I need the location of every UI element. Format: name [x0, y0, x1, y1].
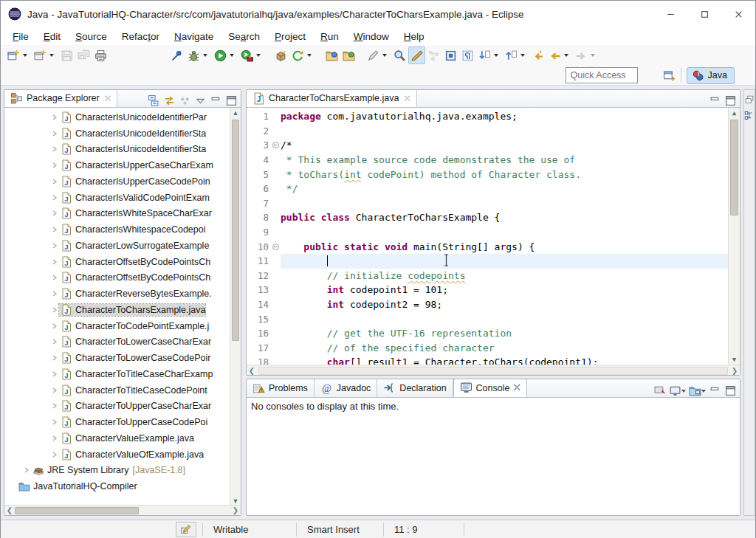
dropdown-arrow-icon[interactable]: [256, 54, 261, 57]
expander-chevron-icon[interactable]: [50, 112, 59, 123]
code-line[interactable]: 16 // get the UTF-16 representation: [247, 326, 728, 341]
scroll-up-icon[interactable]: ▲: [230, 108, 241, 118]
tree-item[interactable]: JCharacterIsWhiteSpaceCharExar: [4, 206, 230, 222]
scrollbar-thumb[interactable]: [15, 507, 139, 514]
expander-chevron-icon[interactable]: [50, 289, 59, 299]
tab-javadoc[interactable]: @Javadoc: [315, 379, 378, 397]
focus-button[interactable]: [179, 94, 191, 107]
tree-item[interactable]: JCharacterOffsetByCodePointsCh: [4, 254, 230, 270]
expander-chevron-icon[interactable]: [50, 449, 59, 460]
run-external-button[interactable]: [238, 46, 265, 64]
expander-chevron-icon[interactable]: [50, 193, 59, 203]
run-button[interactable]: [212, 46, 238, 64]
dropdown-arrow-icon[interactable]: [49, 54, 54, 57]
menu-navigate[interactable]: Navigate: [167, 30, 221, 44]
fold-collapse-icon[interactable]: [272, 142, 279, 148]
outline-view-button[interactable]: [744, 111, 755, 121]
code-line[interactable]: 2: [247, 124, 728, 139]
code-line[interactable]: 13 int codepoint1 = 101;: [247, 283, 728, 297]
tree-item[interactable]: JCharacterIsUnicodeIdentifierSta: [4, 125, 230, 142]
window-minimize-button[interactable]: [653, 1, 687, 27]
code-line[interactable]: 18 char[] result1 = Character.toChars(co…: [247, 355, 728, 365]
tree-item[interactable]: JavaTutorialHQ-Compiler: [4, 478, 230, 494]
tree-item[interactable]: JCharacterIsUpperCaseCharExam: [4, 157, 230, 173]
save-button[interactable]: [58, 46, 75, 64]
menu-refactor[interactable]: Refactor: [114, 30, 167, 44]
tree-item[interactable]: JCharacterOffsetByCodePointsCh: [4, 270, 230, 286]
tree-item[interactable]: JCharacterToTitleCaseCharExamp: [4, 366, 230, 382]
type-hierarchy-button[interactable]: [425, 46, 442, 64]
tree-vertical-scrollbar[interactable]: ▲ ▼: [230, 108, 241, 506]
expander-chevron-icon[interactable]: [50, 433, 59, 444]
restore-views-button[interactable]: [744, 94, 755, 105]
tree-item[interactable]: JCharacterValueOfExample.java: [4, 446, 230, 463]
close-icon[interactable]: ⛌: [105, 94, 111, 103]
scroll-down-icon[interactable]: ▼: [729, 354, 740, 365]
maximize-button[interactable]: [724, 94, 737, 107]
open-perspective-button[interactable]: [663, 69, 676, 82]
tree-item[interactable]: JRE System Library[JavaSE-1.8]: [4, 463, 230, 479]
tree-item[interactable]: JCharacterToLowerCaseCodePoir: [4, 350, 230, 366]
tree-item[interactable]: JCharacterToUpperCaseCodePoi: [4, 414, 230, 430]
expander-chevron-icon[interactable]: [50, 160, 59, 170]
code-line[interactable]: 11: [247, 254, 728, 269]
code-line[interactable]: 17 // of the specified character: [247, 341, 728, 356]
scroll-left-icon[interactable]: ❮: [247, 367, 257, 375]
tree-item[interactable]: JCharacterIsUpperCaseCodePoin: [4, 173, 230, 190]
show-source-button[interactable]: [442, 46, 459, 64]
expander-chevron-icon[interactable]: [50, 176, 59, 187]
code-line[interactable]: 8public class CharacterToCharsExample {: [247, 210, 728, 225]
expander-chevron-icon[interactable]: [50, 385, 59, 396]
code-line[interactable]: 1package com.javatutorialhq.java.example…: [247, 109, 728, 124]
editor-horizontal-scrollbar[interactable]: ❮ ❯: [247, 365, 740, 376]
dropdown-arrow-icon[interactable]: [520, 54, 525, 57]
expander-chevron-icon[interactable]: [50, 241, 59, 251]
java-perspective-button[interactable]: Java: [687, 67, 735, 84]
code-line[interactable]: 9: [247, 225, 728, 240]
expander-chevron-icon[interactable]: [50, 401, 59, 411]
expander-chevron-icon[interactable]: [50, 305, 59, 315]
maximize-button[interactable]: [225, 94, 238, 107]
menu-source[interactable]: Source: [68, 30, 114, 44]
dropdown-arrow-icon[interactable]: [203, 54, 207, 57]
search-button[interactable]: [391, 46, 408, 64]
open-task-button[interactable]: [323, 46, 340, 64]
dropdown-arrow-icon[interactable]: [23, 54, 27, 57]
debug-button[interactable]: [185, 46, 212, 64]
prev-annotation-button[interactable]: [503, 46, 529, 64]
expander-chevron-icon[interactable]: [50, 321, 59, 331]
tree-item[interactable]: JCharacterIsValidCodePointExam: [4, 190, 230, 206]
tree-item[interactable]: JCharacterIsUnicodeIdentifierPar: [4, 109, 230, 125]
update-button[interactable]: [289, 46, 316, 64]
scroll-up-icon[interactable]: ▲: [729, 108, 740, 118]
expander-chevron-icon[interactable]: [50, 272, 59, 283]
code-line[interactable]: 5 * toChars(int codePoint) method of Cha…: [247, 167, 728, 182]
marker-button[interactable]: [365, 46, 391, 64]
pin-console-button[interactable]: [653, 384, 666, 397]
scroll-right-icon[interactable]: ❯: [230, 506, 241, 514]
expander-chevron-icon[interactable]: [22, 465, 31, 475]
tree-item[interactable]: JCharacterToUpperCaseCharExar: [4, 399, 230, 415]
new-wizard-button[interactable]: [5, 46, 32, 64]
code-line[interactable]: 15: [247, 311, 728, 326]
tree-item[interactable]: JCharacterToCharsExample.java: [4, 302, 230, 318]
last-edit-location-button[interactable]: [529, 46, 546, 64]
tree-item[interactable]: JCharacterValueExample.java: [4, 430, 230, 446]
display-console-button[interactable]: [669, 384, 686, 397]
expander-chevron-icon[interactable]: [50, 337, 59, 347]
menu-run[interactable]: Run: [313, 30, 346, 44]
print-button[interactable]: [92, 46, 109, 64]
code-line[interactable]: 12 // initialize codepoints: [247, 269, 728, 283]
dropdown-arrow-icon[interactable]: [591, 54, 595, 57]
open-console-button[interactable]: [689, 384, 706, 397]
menu-edit[interactable]: Edit: [36, 30, 68, 44]
tree-item[interactable]: JCharacterToTitleCaseCodePoint: [4, 382, 230, 399]
tree-item[interactable]: JCharacterIsUnicodeIdentifierSta: [4, 142, 230, 158]
code-line[interactable]: 3/*: [247, 138, 728, 153]
window-close-button[interactable]: [721, 1, 755, 27]
code-line[interactable]: 10 public static void main(String[] args…: [247, 239, 728, 254]
code-line[interactable]: 4 * This example source code demonstrate…: [247, 153, 728, 168]
editor-tab[interactable]: J CharacterToCharsExample.java ⛌: [247, 89, 417, 107]
expander-chevron-icon[interactable]: [50, 369, 59, 379]
mark-occurrences-button[interactable]: [408, 46, 425, 64]
